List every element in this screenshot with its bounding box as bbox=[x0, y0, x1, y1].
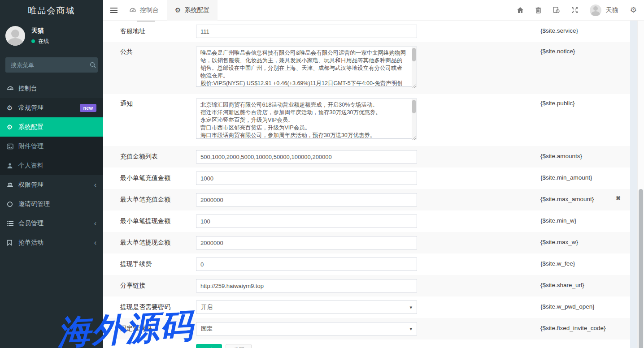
amounts-input[interactable] bbox=[196, 150, 417, 163]
template-var: {$site.notice} bbox=[540, 47, 575, 55]
sidebar-menu: 控制台 ⚙ 常规管理 new ⚙ 系统配置 附件管理 个人资料 bbox=[0, 79, 103, 252]
withdraw-fee-input[interactable] bbox=[196, 258, 417, 271]
form-row: 最大单笔充值金额 {$site.max_amount} ✖ bbox=[103, 189, 631, 211]
user-status[interactable]: 在线 bbox=[31, 38, 49, 45]
user-panel: 天猫 在线 bbox=[0, 21, 103, 52]
gauge-icon bbox=[129, 7, 136, 13]
page-scrollbar[interactable] bbox=[637, 0, 644, 348]
min-amount-input[interactable] bbox=[196, 172, 417, 185]
fullscreen-icon[interactable] bbox=[571, 7, 578, 13]
sidebar: 唯品会商城 天猫 在线 控制台 ⚙ 常规管理 new ⚙ 系统配置 bbox=[0, 0, 103, 348]
tab-dashboard[interactable]: 控制台 bbox=[121, 0, 167, 21]
share-url-input[interactable] bbox=[196, 279, 417, 292]
chevron-left-icon: ‹ bbox=[94, 239, 96, 247]
user-icon bbox=[7, 163, 18, 169]
tab-system-config[interactable]: ⚙ 系统配置 bbox=[167, 0, 218, 21]
image-icon bbox=[7, 143, 18, 150]
form-actions: 确定 重置 bbox=[103, 339, 631, 348]
users-icon bbox=[7, 182, 18, 188]
field-label: 分享链接 bbox=[120, 279, 196, 290]
reset-button[interactable]: 重置 bbox=[226, 344, 252, 348]
sidebar-search[interactable] bbox=[5, 57, 98, 73]
field-label: 最小单笔充值金额 bbox=[120, 172, 196, 182]
field-label: 固定邀请码 bbox=[120, 322, 196, 333]
gear-icon: ⚙ bbox=[175, 7, 181, 13]
field-label: 提现是否需要密码 bbox=[120, 301, 196, 311]
user-name: 天猫 bbox=[31, 27, 49, 35]
form-row: 分享链接 {$site.share_url} bbox=[103, 275, 631, 296]
sidebar-item-attachments[interactable]: 附件管理 bbox=[0, 137, 103, 156]
avatar bbox=[5, 26, 25, 46]
sidebar-item-members[interactable]: 会员管理 ‹ bbox=[0, 214, 103, 233]
form-row: 固定邀请码 固定 ▾ {$site.fixed_invite_code} bbox=[103, 318, 631, 339]
template-var: {$site.fixed_invite_code} bbox=[540, 322, 606, 331]
sidebar-item-profile[interactable]: 个人资料 bbox=[0, 156, 103, 175]
sidebar-item-invite-codes[interactable]: 邀请码管理 bbox=[0, 194, 103, 214]
max-withdraw-input[interactable] bbox=[196, 236, 417, 249]
page-background-strip bbox=[630, 21, 637, 348]
search-input[interactable] bbox=[11, 62, 90, 69]
new-badge: new bbox=[80, 104, 96, 112]
online-dot-icon bbox=[31, 39, 35, 43]
settings-cogs-icon[interactable]: ⚙ bbox=[630, 6, 637, 14]
template-var: {$site.public} bbox=[540, 99, 575, 107]
top-navbar: 控制台 ⚙ 系统配置 天猫 ⚙ bbox=[103, 0, 644, 21]
bookmark-icon bbox=[7, 240, 18, 246]
min-withdraw-input[interactable] bbox=[196, 215, 417, 228]
gauge-icon bbox=[7, 86, 18, 92]
template-var: {$site.min_w} bbox=[540, 215, 576, 224]
submenu-general: ⚙ 系统配置 附件管理 个人资料 bbox=[0, 117, 103, 175]
sidebar-item-permissions[interactable]: 权限管理 ‹ bbox=[0, 175, 103, 194]
field-label: 最小单笔提现金额 bbox=[120, 215, 196, 225]
notice-textarea[interactable]: 北京锦汇园商贸有限公司618活动营业额超额完成，开启30%专场活动。 宿迁市洋河… bbox=[196, 99, 417, 139]
chevron-left-icon: ‹ bbox=[94, 219, 96, 228]
form-row: 最大单笔提现金额 {$site.max_w} bbox=[103, 232, 631, 253]
form-row: 公共 唯品会是广州唯品会信息科技有限公司&唯品会有限公司运营的一家中文网络购物网… bbox=[103, 42, 631, 94]
chevron-down-icon: ▾ bbox=[409, 326, 412, 332]
form-row: 充值金额列表 {$site.amounts} bbox=[103, 146, 631, 168]
template-var: {$site.min_amount} bbox=[540, 172, 592, 181]
form-row: 提现手续费 {$site.w_fee} bbox=[103, 253, 631, 275]
max-amount-input[interactable] bbox=[196, 193, 417, 206]
form-row: 提现是否需要密码 开启 ▾ {$site.w_pwd_open} bbox=[103, 296, 631, 318]
sidebar-item-dashboard[interactable]: 控制台 bbox=[0, 79, 103, 98]
main-content: 客服地址 {$site.service} 公共 唯品会是广州唯品会信息科技有限公… bbox=[103, 21, 631, 348]
field-label: 充值金额列表 bbox=[120, 150, 196, 161]
template-var: {$site.max_w} bbox=[540, 236, 578, 245]
list-icon bbox=[7, 221, 18, 226]
form-row: 客服地址 {$site.service} bbox=[103, 21, 631, 42]
sidebar-item-order-activities[interactable]: 抢单活动 ‹ bbox=[0, 233, 103, 252]
template-var: {$site.amounts} bbox=[540, 150, 582, 159]
resize-handle-icon[interactable] bbox=[412, 135, 416, 140]
withdraw-password-select[interactable]: 开启 ▾ bbox=[196, 301, 417, 314]
field-label: 公共 bbox=[120, 47, 196, 56]
template-var: {$site.service} bbox=[540, 25, 578, 34]
search-icon[interactable] bbox=[90, 62, 96, 68]
gear-icon: ⚙ bbox=[7, 124, 18, 130]
template-var: {$site.w_pwd_open} bbox=[540, 301, 595, 310]
fixed-invite-code-select[interactable]: 固定 ▾ bbox=[196, 322, 417, 335]
template-var: {$site.share_url} bbox=[540, 279, 584, 288]
sidebar-item-general-management[interactable]: ⚙ 常规管理 new bbox=[0, 98, 103, 117]
chevron-left-icon: ‹ bbox=[94, 181, 96, 189]
template-var: {$site.w_fee} bbox=[540, 258, 575, 267]
trash-icon[interactable] bbox=[535, 7, 541, 13]
sidebar-item-system-config[interactable]: ⚙ 系统配置 bbox=[0, 117, 103, 137]
template-var: {$site.max_amount} bbox=[540, 193, 594, 202]
navbar-user[interactable]: 天猫 bbox=[590, 4, 618, 16]
close-icon[interactable]: ✖ bbox=[616, 195, 621, 202]
refresh-page-icon[interactable] bbox=[553, 7, 560, 13]
textarea-scrollbar[interactable] bbox=[412, 99, 417, 140]
form-row: 通知 北京锦汇园商贸有限公司618活动营业额超额完成，开启30%专场活动。 宿迁… bbox=[103, 94, 631, 146]
circle-icon bbox=[7, 201, 18, 207]
resize-handle-icon[interactable] bbox=[412, 83, 416, 88]
submit-button[interactable]: 确定 bbox=[196, 344, 222, 348]
home-icon[interactable] bbox=[517, 7, 524, 13]
service-address-input[interactable] bbox=[196, 25, 417, 38]
public-textarea[interactable]: 唯品会是广州唯品会信息科技有限公司&唯品会有限公司运营的一家中文网络购物网站，以… bbox=[196, 47, 417, 87]
textarea-scrollbar[interactable] bbox=[412, 47, 417, 88]
scrollbar-thumb[interactable] bbox=[639, 189, 643, 348]
sidebar-toggle-icon[interactable] bbox=[103, 0, 121, 21]
field-label: 提现手续费 bbox=[120, 258, 196, 268]
field-label: 通知 bbox=[120, 99, 196, 108]
